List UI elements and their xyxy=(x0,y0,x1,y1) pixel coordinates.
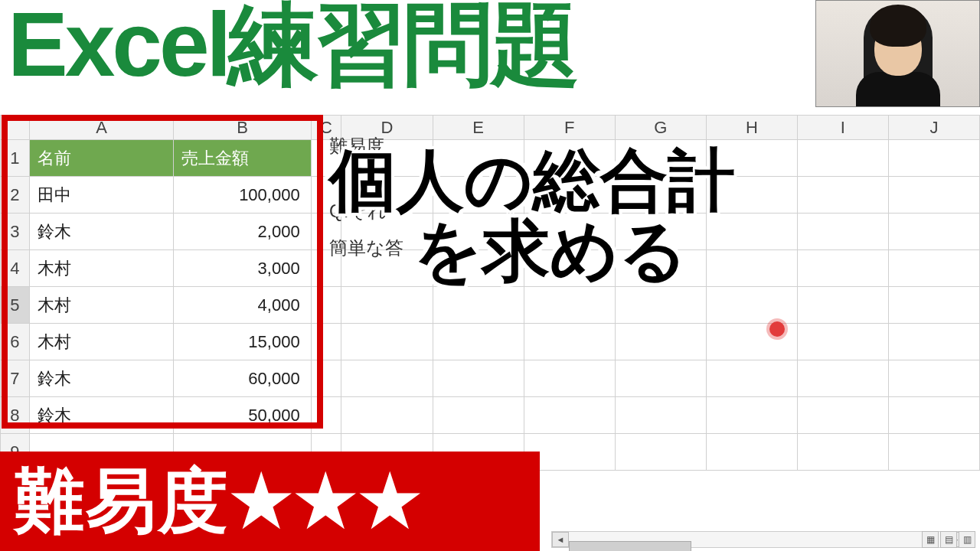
cell[interactable] xyxy=(706,434,797,471)
difficulty-badge: 難易度★★★ xyxy=(0,452,540,551)
column-header-row: A B C D E F G H I J xyxy=(1,116,980,140)
col-header-E[interactable]: E xyxy=(433,116,524,140)
col-header-G[interactable]: G xyxy=(615,116,706,140)
cell[interactable] xyxy=(341,324,433,360)
cell[interactable] xyxy=(797,324,888,360)
cell[interactable] xyxy=(706,360,797,397)
webcam-inset xyxy=(815,0,980,107)
cell[interactable] xyxy=(797,434,888,471)
col-header-B[interactable]: B xyxy=(174,116,311,140)
cell-B3[interactable]: 2,000 xyxy=(174,214,311,250)
cell[interactable] xyxy=(524,397,615,434)
cell[interactable] xyxy=(524,360,615,397)
row-header[interactable]: 1 xyxy=(1,140,30,177)
cell-B4[interactable]: 3,000 xyxy=(174,250,311,287)
cell-A6[interactable]: 木村 xyxy=(29,324,174,360)
cell[interactable] xyxy=(311,397,341,434)
cell[interactable] xyxy=(888,177,979,214)
table-row[interactable]: 5 木村 4,000 xyxy=(1,287,980,324)
cell[interactable] xyxy=(615,397,706,434)
cell[interactable] xyxy=(615,434,706,471)
cell[interactable] xyxy=(797,397,888,434)
cell[interactable] xyxy=(888,397,979,434)
cell[interactable] xyxy=(311,287,341,324)
cell-B2[interactable]: 100,000 xyxy=(174,177,311,214)
webcam-body xyxy=(856,72,940,106)
cell-B7[interactable]: 60,000 xyxy=(174,360,311,397)
cell[interactable] xyxy=(797,177,888,214)
cell-A1[interactable]: 名前 xyxy=(29,140,174,177)
cell[interactable] xyxy=(797,287,888,324)
cell-B1[interactable]: 売上金額 xyxy=(174,140,311,177)
cell-B5[interactable]: 4,000 xyxy=(174,287,311,324)
scroll-left-arrow-icon[interactable]: ◄ xyxy=(552,532,569,547)
cell-B6[interactable]: 15,000 xyxy=(174,324,311,360)
col-header-A[interactable]: A xyxy=(29,116,174,140)
view-pagebreak-icon[interactable]: ▥ xyxy=(959,531,975,548)
cell-A2[interactable]: 田中 xyxy=(29,177,174,214)
view-layout-icon[interactable]: ▤ xyxy=(940,531,957,548)
table-row[interactable]: 7 鈴木 60,000 xyxy=(1,360,980,397)
table-row[interactable]: 8 鈴木 50,000 xyxy=(1,397,980,434)
row-header[interactable]: 5 xyxy=(1,287,30,324)
view-mode-icons: ▦ ▤ ▥ xyxy=(922,531,975,548)
table-row[interactable]: 6 木村 15,000 xyxy=(1,324,980,360)
row-header[interactable]: 7 xyxy=(1,360,30,397)
cell-B8[interactable]: 50,000 xyxy=(174,397,311,434)
cell[interactable] xyxy=(433,324,524,360)
cell[interactable] xyxy=(433,397,524,434)
cell[interactable] xyxy=(341,360,433,397)
col-header-F[interactable]: F xyxy=(524,116,615,140)
cell[interactable] xyxy=(615,324,706,360)
row-header[interactable]: 6 xyxy=(1,324,30,360)
cell[interactable] xyxy=(311,360,341,397)
cell[interactable] xyxy=(524,324,615,360)
cell[interactable] xyxy=(888,287,979,324)
row-header[interactable]: 8 xyxy=(1,397,30,434)
cell[interactable] xyxy=(524,287,615,324)
cell[interactable] xyxy=(311,324,341,360)
cell[interactable] xyxy=(615,287,706,324)
cell[interactable] xyxy=(888,250,979,287)
cell[interactable] xyxy=(797,140,888,177)
cell[interactable] xyxy=(888,434,979,471)
cell[interactable] xyxy=(341,397,433,434)
select-all-corner[interactable] xyxy=(1,116,30,140)
col-header-J[interactable]: J xyxy=(888,116,979,140)
cell-A4[interactable]: 木村 xyxy=(29,250,174,287)
row-header[interactable]: 4 xyxy=(1,250,30,287)
cell-A5[interactable]: 木村 xyxy=(29,287,174,324)
cell[interactable] xyxy=(888,214,979,250)
cell[interactable] xyxy=(706,287,797,324)
view-normal-icon[interactable]: ▦ xyxy=(922,531,939,548)
cell-A7[interactable]: 鈴木 xyxy=(29,360,174,397)
cell[interactable] xyxy=(888,324,979,360)
difficulty-stars: ★★★ xyxy=(230,461,423,543)
subtitle-overlay: 個人の総合計 を求める xyxy=(329,145,735,287)
cell[interactable] xyxy=(433,287,524,324)
col-header-H[interactable]: H xyxy=(706,116,797,140)
cell[interactable] xyxy=(615,360,706,397)
horizontal-scrollbar[interactable]: ◄ ► xyxy=(551,531,965,548)
cell-A3[interactable]: 鈴木 xyxy=(29,214,174,250)
col-header-I[interactable]: I xyxy=(797,116,888,140)
cursor-dot-icon xyxy=(769,321,785,337)
page-title: Excel練習問題 xyxy=(8,0,577,107)
cell-A8[interactable]: 鈴木 xyxy=(29,397,174,434)
cell[interactable] xyxy=(797,214,888,250)
cell[interactable] xyxy=(888,140,979,177)
cell[interactable] xyxy=(888,360,979,397)
cell[interactable] xyxy=(341,287,433,324)
row-header[interactable]: 2 xyxy=(1,177,30,214)
webcam-hair xyxy=(870,5,926,47)
row-header[interactable]: 3 xyxy=(1,214,30,250)
cell[interactable] xyxy=(797,250,888,287)
difficulty-label: 難易度 xyxy=(14,454,230,549)
scroll-thumb[interactable] xyxy=(569,541,691,551)
cell[interactable] xyxy=(433,360,524,397)
cell[interactable] xyxy=(706,397,797,434)
cell[interactable] xyxy=(797,360,888,397)
